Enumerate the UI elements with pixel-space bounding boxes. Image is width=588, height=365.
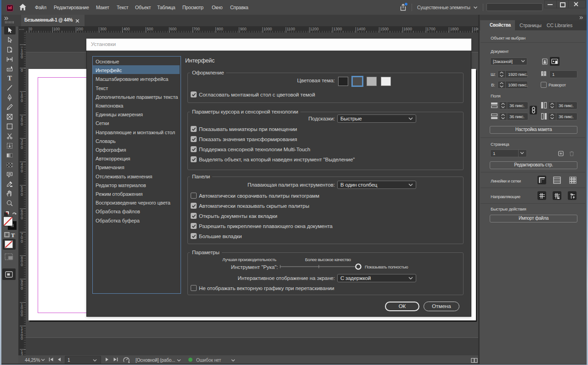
svg-text:T: T bbox=[11, 232, 15, 238]
svg-text:T: T bbox=[7, 74, 12, 82]
